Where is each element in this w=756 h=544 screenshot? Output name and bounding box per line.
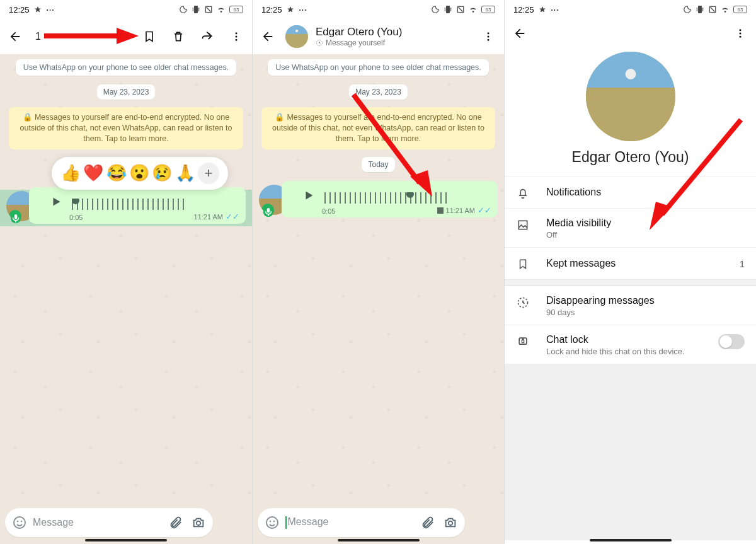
react-heart[interactable]: ❤️ [83,163,103,183]
dnd-icon [431,5,440,14]
svg-point-15 [488,39,490,41]
clock: 12:25 [9,5,30,14]
waveform[interactable] [324,192,450,204]
react-wow[interactable]: 😮 [129,163,149,183]
play-button[interactable] [47,192,66,211]
overflow-menu-button[interactable] [478,26,499,47]
voice-bubble[interactable]: 0:05 11:21 AM ✓✓ [29,187,246,224]
react-laugh[interactable]: 😂 [106,163,127,183]
contact-avatar[interactable] [285,25,308,48]
profile-hero: Edgar Otero (You) [505,48,756,176]
nav-handle [85,539,167,541]
delete-button[interactable] [168,26,189,47]
battery-icon: 63 [481,6,495,13]
clock: 12:25 [261,5,282,14]
bell-icon [516,187,530,199]
encryption-banner[interactable]: 🔒Messages to yourself are end-to-end enc… [9,107,243,149]
older-messages-pill[interactable]: Use WhatsApp on your phone to see older … [16,59,237,76]
row-media-visibility[interactable]: Media visibility Off [505,208,756,247]
selection-count: 1 [33,31,43,42]
status-icon [33,5,42,14]
message-placeholder: Message [33,517,163,528]
waveform[interactable] [72,199,185,210]
nav-handle [590,539,672,541]
svg-point-9 [21,521,23,523]
nosim-icon [204,5,213,14]
overflow-menu-button[interactable] [226,26,247,47]
battery-icon: 63 [229,6,243,13]
contact-sub: Message yourself [316,38,402,47]
nosim-icon [708,5,717,14]
dnd-icon [683,5,692,14]
svg-point-10 [197,521,200,525]
camera-icon[interactable] [189,513,208,532]
date-chip: May 23, 2023 [349,84,408,100]
sticker-icon[interactable] [10,513,29,532]
row-chat-lock[interactable]: Chat lock Lock and hide this chat on thi… [505,325,756,364]
attach-icon[interactable] [418,513,437,532]
sticker-icon[interactable] [263,513,282,532]
voice-message-row[interactable]: 0:05 11:21 AM ✓✓ [259,181,498,218]
back-button[interactable] [510,23,530,43]
message-placeholder: Message [285,516,415,529]
svg-point-14 [488,36,490,38]
vibrate-icon [444,5,452,14]
battery-icon: 63 [733,6,747,13]
forward-button[interactable] [197,26,218,47]
chatlock-toggle[interactable] [718,334,745,349]
svg-point-2 [236,36,238,38]
reaction-picker: 👍 ❤️ 😂 😮 😢 🙏 + [52,157,228,190]
camera-icon[interactable] [441,513,460,532]
attach-icon[interactable] [166,513,185,532]
voice-duration: 0:05 [322,207,335,215]
mic-send-button[interactable] [218,508,247,537]
dnd-icon [179,5,188,14]
svg-rect-32 [522,340,524,343]
mic-badge-icon [10,212,21,224]
voice-message-row[interactable]: 👍 ❤️ 😂 😮 😢 🙏 + 0:05 [6,187,246,224]
profile-avatar[interactable] [586,52,675,141]
chat-title-block[interactable]: Edgar Otero (You) Message yourself [316,26,402,47]
react-sad[interactable]: 😢 [152,163,172,183]
wifi-icon [469,5,478,14]
voice-timestamp: 11:21 AM ✓✓ [194,212,239,221]
bookmark-icon [516,258,530,270]
nav-handle [338,539,420,541]
image-icon [516,219,530,231]
svg-point-19 [266,517,278,528]
chat-header: Edgar Otero (You) Message yourself [253,19,504,54]
clock: 12:25 [513,5,534,14]
status-icon [538,5,547,14]
date-chip-today: Today [362,157,394,172]
mic-send-button[interactable] [470,508,499,537]
svg-point-20 [270,521,272,523]
screen-2-chat-view: 12:25 ⋯ 63 Edgar Otero (You) Message you… [252,0,504,544]
settings-list: Notifications Media visibility Off Kept … [505,176,756,364]
svg-point-24 [740,29,742,31]
status-bar: 12:25 ⋯ 63 [0,0,252,19]
vibrate-icon [696,5,704,14]
react-pray[interactable]: 🙏 [175,163,195,183]
screen-3-contact-info: 12:25 ⋯ 63 Edgar Otero (You) [504,0,756,544]
react-more-button[interactable]: + [198,163,219,184]
svg-point-8 [17,521,19,523]
composer: Message [0,505,252,544]
older-messages-pill[interactable]: Use WhatsApp on your phone to see older … [268,59,489,76]
timer-icon [516,296,530,309]
voice-bubble[interactable]: 0:05 11:21 AM ✓✓ [282,181,498,218]
react-thumbs-up[interactable]: 👍 [60,163,81,183]
overflow-menu-button[interactable] [730,23,751,44]
row-disappearing[interactable]: Disappearing messages 90 days [505,286,756,325]
wifi-icon [721,5,730,14]
back-button[interactable] [5,26,25,47]
row-notifications[interactable]: Notifications [505,176,756,208]
message-input-box[interactable]: Message [258,508,465,537]
svg-point-13 [488,32,490,34]
lock-icon: 🔒 [23,113,33,122]
message-input-box[interactable]: Message [5,508,213,537]
keep-bookmark-button[interactable] [139,26,160,47]
back-button[interactable] [258,26,278,47]
encryption-banner[interactable]: 🔒Messages to yourself are end-to-end enc… [261,107,495,149]
row-kept-messages[interactable]: Kept messages 1 [505,247,756,279]
play-button[interactable] [299,186,318,205]
